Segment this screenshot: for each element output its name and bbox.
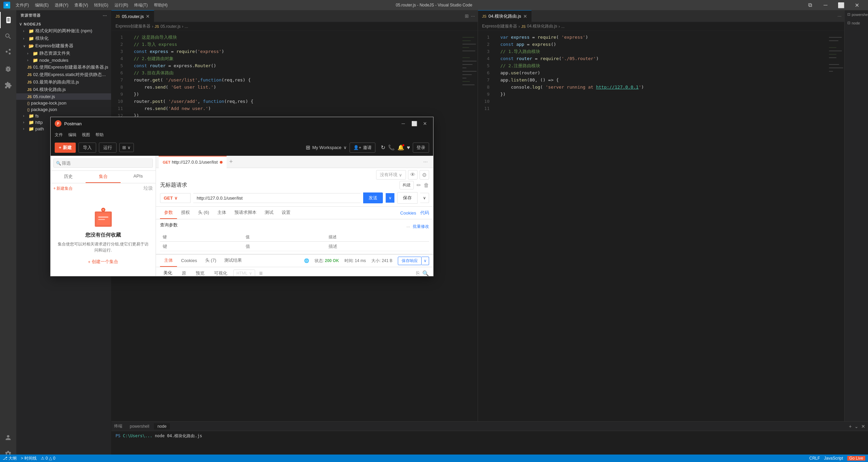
env-settings-btn[interactable]: ⚙ — [420, 170, 429, 180]
terminal-tab-node[interactable]: node — [154, 423, 170, 429]
sync-icon[interactable]: ↻ — [381, 144, 385, 151]
response-tab-test-results[interactable]: 测试结果 — [220, 255, 246, 267]
postman-menu-file[interactable]: 文件 — [55, 132, 63, 138]
activity-account[interactable] — [0, 429, 16, 446]
save-button[interactable]: 保存 — [397, 192, 418, 204]
sidebar-item-03[interactable]: JS 03.最简单的路由用法.js — [16, 78, 111, 86]
param-tab-pre-request[interactable]: 预请求脚本 — [230, 207, 261, 219]
sidebar-more-icon[interactable]: ··· — [103, 14, 107, 18]
terminal-more-btn[interactable]: ⌄ — [854, 424, 858, 429]
activity-debug[interactable] — [0, 61, 16, 77]
resp-format-beautify[interactable]: 美化 — [160, 269, 176, 276]
tab-more-icon[interactable]: ··· — [471, 13, 475, 19]
param-tab-tests[interactable]: 测试 — [261, 207, 278, 219]
status-git[interactable]: ⎇ 大纲 — [3, 456, 17, 461]
postman-run-button[interactable]: 运行 — [99, 143, 117, 153]
param-desc-input[interactable] — [329, 244, 406, 249]
tab-close-btn2[interactable]: ✕ — [523, 14, 527, 19]
postman-tab-history[interactable]: 历史 — [51, 171, 86, 183]
save-response-dropdown[interactable]: ∨ — [422, 257, 429, 265]
method-select[interactable]: GET ∨ — [160, 193, 191, 203]
request-tab-more-btn[interactable]: ··· — [421, 159, 430, 165]
status-lang[interactable]: JavaScript — [824, 456, 843, 461]
menu-edit[interactable]: 编辑(E) — [32, 2, 51, 9]
postman-workspace-selector[interactable]: ⊞ My Workspace ∨ — [306, 144, 347, 151]
postman-layout-button[interactable]: ⊞ ∨ — [119, 143, 134, 152]
pencil-icon[interactable]: ✏ — [417, 182, 421, 188]
postman-tab-apis[interactable]: APIs — [121, 171, 156, 183]
terminal-tab-powershell[interactable]: powershell — [126, 423, 153, 429]
activity-git[interactable] — [0, 44, 16, 61]
window-close-btn[interactable]: ✕ — [849, 0, 865, 10]
send-button[interactable]: 发送 — [363, 192, 383, 203]
menu-view[interactable]: 查看(V) — [72, 2, 91, 9]
panel-tab-node[interactable]: ⊡ node — [845, 19, 868, 27]
menu-goto[interactable]: 转到(G) — [91, 2, 111, 9]
tab-module-router[interactable]: JS 04.模块化路由.js ✕ — [478, 10, 532, 22]
wrap-icon[interactable]: ≡ — [259, 270, 263, 276]
env-selector[interactable]: 没有环境 ∨ — [376, 170, 406, 180]
terminal-add-btn[interactable]: + — [849, 424, 852, 429]
param-tab-params[interactable]: 参数 — [160, 207, 177, 219]
param-tab-headers[interactable]: 头 (6) — [194, 207, 213, 219]
response-tab-headers[interactable]: 头 (7) — [201, 255, 220, 267]
activity-extensions[interactable] — [0, 77, 16, 93]
code-link[interactable]: 代码 — [420, 210, 429, 216]
terminal-close-btn[interactable]: ✕ — [861, 424, 865, 429]
tab-close-btn[interactable]: ✕ — [146, 14, 150, 19]
postman-minimize-btn[interactable]: ─ — [399, 119, 407, 128]
create-collection-btn[interactable]: + 创建一个集合 — [88, 259, 119, 265]
request-tab-active[interactable]: GET http://127.0.0.1/user/list — [159, 156, 227, 168]
nodejs-root[interactable]: ∨ NODEJS — [16, 21, 111, 27]
sidebar-item-04[interactable]: JS 04.模块化路由.js — [16, 86, 111, 93]
sidebar-item-05[interactable]: JS 05.router.js — [16, 93, 111, 100]
sidebar-item-module[interactable]: › 📁 模块化 — [16, 35, 111, 42]
window-minimize-btn[interactable]: ─ — [818, 0, 833, 10]
sidebar-item-node-modules[interactable]: › 📁 node_modules — [16, 57, 111, 63]
param-key-input[interactable] — [163, 244, 240, 249]
copy-icon[interactable]: ⎘ — [416, 270, 420, 276]
status-timeline[interactable]: > 时间线 — [21, 456, 36, 461]
postman-menu-view[interactable]: 视图 — [82, 132, 90, 138]
sidebar-item-01[interactable]: JS 01.使用Express创建最基本的服务器.js — [16, 63, 111, 71]
panel-tab-powershell[interactable]: ⊡ powershell — [845, 10, 868, 19]
trash-btn[interactable]: 垃圾 — [143, 185, 153, 191]
request-tab-add-btn[interactable]: + — [227, 158, 236, 165]
postman-menu-edit[interactable]: 编辑 — [68, 132, 76, 138]
menu-select[interactable]: 选择(Y) — [52, 2, 71, 9]
more-options-icon[interactable]: ··· — [406, 224, 410, 229]
postman-invite-button[interactable]: 👤+ 邀请 — [350, 143, 375, 153]
activity-explorer[interactable] — [0, 12, 16, 28]
heart-icon[interactable]: ♥ — [407, 145, 410, 151]
phone-icon[interactable]: 📞 — [388, 144, 395, 151]
postman-menu-help[interactable]: 帮助 — [95, 132, 104, 138]
delete-icon[interactable]: 🗑 — [424, 182, 429, 188]
sidebar-item-express[interactable]: ∨ 📂 Express创建服务器 — [16, 42, 111, 50]
postman-tab-collections[interactable]: 集合 — [86, 171, 121, 183]
postman-signin-button[interactable]: 登录 — [413, 143, 429, 153]
postman-close-btn[interactable]: ✕ — [421, 119, 429, 128]
sidebar-item-format[interactable]: › 📁 格式化时间的两种做法 (npm) — [16, 27, 111, 35]
search-input[interactable] — [53, 159, 153, 168]
sidebar-item-package-lock[interactable]: {} package-lock.json — [16, 100, 111, 106]
sidebar-item-02[interactable]: JS 02.使用Express.static对外提供静态... — [16, 71, 111, 78]
activity-search[interactable] — [0, 28, 16, 44]
window-restore-btn[interactable]: ⬜ — [833, 0, 849, 10]
url-input[interactable] — [193, 193, 360, 203]
menu-terminal[interactable]: 终端(T) — [131, 2, 150, 9]
resp-format-raw[interactable]: 原 — [178, 269, 190, 276]
bulk-edit-btn[interactable]: 批量修改 — [413, 224, 429, 229]
postman-restore-btn[interactable]: ⬜ — [410, 119, 418, 128]
save-dropdown-btn[interactable]: ∨ — [420, 193, 429, 203]
response-tab-cookies[interactable]: Cookies — [177, 255, 201, 266]
param-value-input[interactable] — [246, 244, 323, 249]
menu-run[interactable]: 运行(R) — [112, 2, 131, 9]
code-content-right[interactable]: 12345 678910 11 var express = require( '… — [478, 31, 844, 421]
send-dropdown-btn[interactable]: ∨ — [386, 193, 394, 203]
resp-format-preview[interactable]: 预览 — [192, 269, 208, 276]
param-tab-settings[interactable]: 设置 — [278, 207, 295, 219]
resp-format-visualize[interactable]: 可视化 — [211, 269, 231, 276]
menu-help[interactable]: 帮助(H) — [151, 2, 171, 9]
param-tab-auth[interactable]: 授权 — [177, 207, 194, 219]
tab-router-js[interactable]: JS 05.router.js ✕ — [111, 10, 154, 22]
